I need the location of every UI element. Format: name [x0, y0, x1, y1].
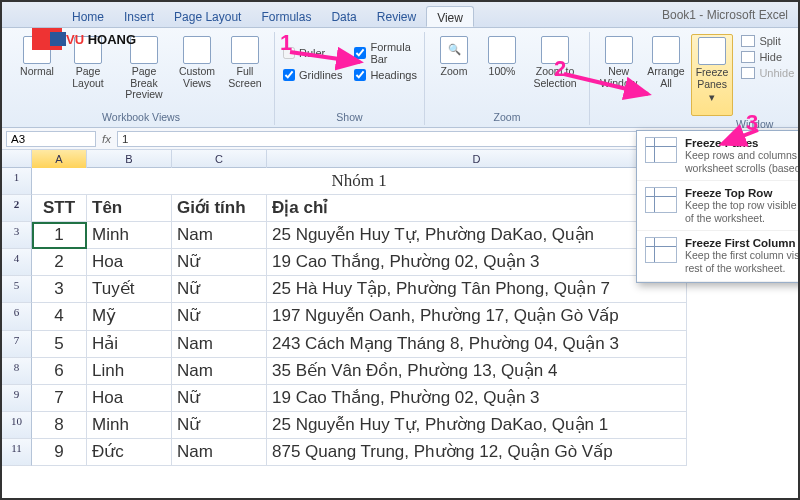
cell[interactable]: Tên	[87, 195, 172, 222]
cell[interactable]: Nam	[172, 331, 267, 358]
cell[interactable]: 8	[32, 412, 87, 439]
col-header-D[interactable]: D	[267, 150, 687, 168]
tab-view[interactable]: View	[426, 6, 474, 27]
name-box[interactable]	[6, 131, 96, 147]
freeze-first-col-icon	[645, 237, 677, 263]
cell[interactable]: Minh	[87, 412, 172, 439]
svg-line-0	[290, 52, 360, 62]
tab-page-layout[interactable]: Page Layout	[164, 6, 251, 27]
col-header-B[interactable]: B	[87, 150, 172, 168]
cell[interactable]: Giới tính	[172, 195, 267, 222]
window-title: Book1 - Microsoft Excel	[662, 8, 788, 22]
cell[interactable]: Nam	[172, 222, 267, 249]
cell[interactable]: Hoa	[87, 385, 172, 412]
brand-logo-icon	[32, 28, 62, 50]
cell[interactable]: 35 Bến Vân Đồn, Phường 13, Quận 4	[267, 358, 687, 385]
svg-line-1	[564, 74, 648, 94]
cell[interactable]: 1	[32, 222, 87, 249]
cell[interactable]: 6	[32, 358, 87, 385]
annotation-1: 1	[280, 30, 292, 56]
col-header-A[interactable]: A	[32, 150, 87, 168]
tab-home[interactable]: Home	[62, 6, 114, 27]
cell[interactable]: Nữ	[172, 276, 267, 303]
row-header[interactable]: 10	[2, 412, 32, 439]
cell[interactable]: 25 Hà Huy Tập, Phường Tân Phong, Quận 7	[267, 276, 687, 303]
cell[interactable]: 243 Cách Mạng Tháng 8, Phường 04, Quận 3	[267, 331, 687, 358]
cell[interactable]: Minh	[87, 222, 172, 249]
hide-button[interactable]: Hide	[739, 50, 796, 64]
zoom-button[interactable]: 🔍Zoom	[431, 34, 477, 91]
cell[interactable]: 19 Cao Thắng, Phường 02, Quận 3	[267, 385, 687, 412]
cell[interactable]: 2	[32, 249, 87, 276]
row-header[interactable]: 2	[2, 195, 32, 222]
unhide-icon	[741, 67, 755, 79]
tab-data[interactable]: Data	[321, 6, 366, 27]
cell[interactable]: Đức	[87, 439, 172, 466]
full-screen-button[interactable]: Full Screen	[222, 34, 268, 103]
cell[interactable]: 875 Quang Trung, Phường 12, Quận Gò Vấp	[267, 439, 687, 466]
cell[interactable]: 197 Nguyễn Oanh, Phường 17, Quận Gò Vấp	[267, 303, 687, 330]
row-header[interactable]: 5	[2, 276, 32, 303]
cell[interactable]: Nữ	[172, 412, 267, 439]
annotation-arrow-2	[564, 68, 664, 111]
row-header[interactable]: 8	[2, 358, 32, 385]
cell[interactable]: 4	[32, 303, 87, 330]
full-screen-icon	[231, 36, 259, 64]
col-header-C[interactable]: C	[172, 150, 267, 168]
fx-icon[interactable]: fx	[102, 133, 111, 145]
brand-logo: VU VU HOANGHOANG	[32, 28, 136, 50]
brand-logo-text: VU VU HOANGHOANG	[66, 32, 136, 47]
zoom-icon: 🔍	[440, 36, 468, 64]
row-header[interactable]: 1	[2, 168, 32, 195]
annotation-3: 3	[746, 110, 758, 136]
cell[interactable]: Địa chỉ	[267, 195, 687, 222]
cell[interactable]: 25 Nguyễn Huy Tự, Phường DaKao, Quận	[267, 222, 687, 249]
cell[interactable]: 5	[32, 331, 87, 358]
tab-insert[interactable]: Insert	[114, 6, 164, 27]
new-window-icon	[605, 36, 633, 64]
cell[interactable]: Tuyết	[87, 276, 172, 303]
cell[interactable]: Hải	[87, 331, 172, 358]
row-header[interactable]: 6	[2, 303, 32, 330]
cell[interactable]: 19 Cao Thắng, Phường 02, Quận 3	[267, 249, 687, 276]
cell[interactable]: Hoa	[87, 249, 172, 276]
row-header[interactable]: 11	[2, 439, 32, 466]
cell[interactable]: Linh	[87, 358, 172, 385]
group-title-show: Show	[281, 109, 418, 123]
cell[interactable]: 3	[32, 276, 87, 303]
select-all-corner[interactable]	[2, 150, 32, 168]
cell[interactable]: STT	[32, 195, 87, 222]
cell[interactable]: Nhóm 1	[32, 168, 687, 195]
cell[interactable]: 25 Nguyễn Huy Tự, Phường DaKao, Quận 1	[267, 412, 687, 439]
cell[interactable]: Nữ	[172, 303, 267, 330]
menu-freeze-top-row[interactable]: Freeze Top RowKeep the top row visible w…	[637, 181, 800, 231]
cell[interactable]: 7	[32, 385, 87, 412]
tab-review[interactable]: Review	[367, 6, 426, 27]
custom-views-button[interactable]: Custom Views	[174, 34, 220, 103]
menu-freeze-first-column[interactable]: Freeze First ColumnKeep the first column…	[637, 231, 800, 281]
annotation-2: 2	[554, 56, 566, 82]
annotation-arrow-1	[290, 44, 380, 77]
unhide-button: Unhide	[739, 66, 796, 80]
custom-views-icon	[183, 36, 211, 64]
chevron-down-icon: ▾	[709, 92, 715, 104]
row-header[interactable]: 4	[2, 249, 32, 276]
row-header[interactable]: 9	[2, 385, 32, 412]
cell[interactable]: Nam	[172, 358, 267, 385]
cell[interactable]: 9	[32, 439, 87, 466]
tab-formulas[interactable]: Formulas	[251, 6, 321, 27]
arrange-all-icon	[652, 36, 680, 64]
row-header[interactable]: 7	[2, 331, 32, 358]
zoom-100-button[interactable]: 100%	[479, 34, 525, 91]
cell[interactable]: Nữ	[172, 385, 267, 412]
freeze-top-row-icon	[645, 187, 677, 213]
cell[interactable]: Nam	[172, 439, 267, 466]
freeze-panes-button[interactable]: Freeze Panes▾	[691, 34, 734, 116]
group-title-zoom: Zoom	[431, 109, 583, 123]
cell[interactable]: Nữ	[172, 249, 267, 276]
split-button[interactable]: Split	[739, 34, 796, 48]
cell[interactable]: Mỹ	[87, 303, 172, 330]
row-header[interactable]: 3	[2, 222, 32, 249]
hide-icon	[741, 51, 755, 63]
split-icon	[741, 35, 755, 47]
